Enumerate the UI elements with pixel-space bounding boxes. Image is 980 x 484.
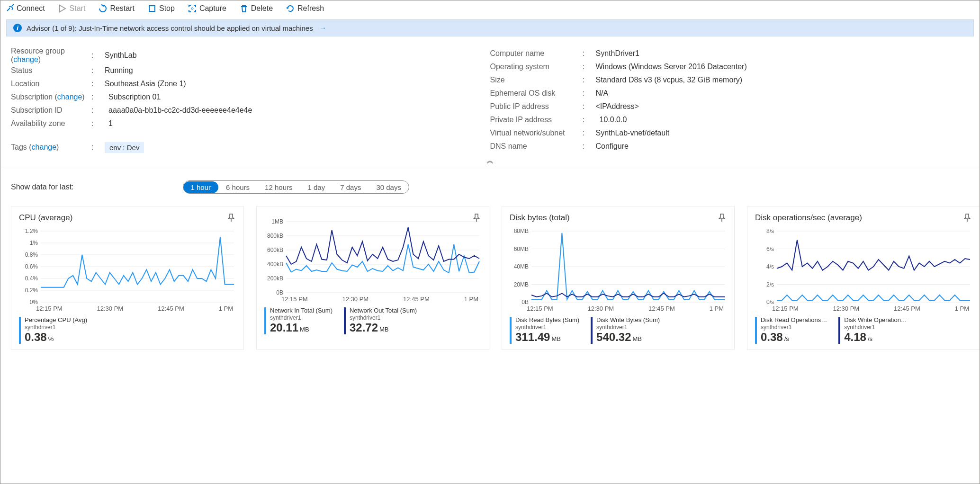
connect-label: Connect: [17, 4, 45, 13]
chart-legend: Percentage CPU (Avg)synthdriver10.38%: [19, 317, 236, 344]
play-icon: [58, 4, 67, 13]
size-label: Size: [490, 76, 583, 84]
charts-row: CPU (average)0%0.2%0.4%0.6%0.8%1%1.2%12:…: [11, 206, 969, 350]
svg-text:200kB: 200kB: [267, 275, 283, 282]
svg-text:60MB: 60MB: [514, 246, 529, 252]
restart-button[interactable]: Restart: [99, 4, 135, 13]
svg-text:0/s: 0/s: [766, 299, 774, 304]
chart-title: CPU (average): [19, 213, 236, 223]
chart-card-network: 0B200kB400kB600kB800kB1MB12:15 PM12:30 P…: [256, 206, 489, 350]
svg-text:0.6%: 0.6%: [25, 263, 38, 270]
resource-group-value[interactable]: SynthLab: [105, 51, 137, 60]
chart-card-cpu: CPU (average)0%0.2%0.4%0.6%0.8%1%1.2%12:…: [11, 206, 244, 350]
svg-rect-0: [149, 6, 155, 11]
svg-text:0.8%: 0.8%: [25, 251, 38, 258]
collapse-essentials[interactable]: ︽: [0, 154, 980, 167]
pin-icon[interactable]: [962, 213, 972, 224]
chart-plot: 0/s2/s4/s6/s8/s: [755, 228, 972, 304]
chart-plot: 0%0.2%0.4%0.6%0.8%1%1.2%: [19, 228, 236, 304]
essentials: Resource group (change) : SynthLab Statu…: [0, 38, 980, 154]
stop-label: Stop: [159, 4, 175, 13]
location-value: Southeast Asia (Zone 1): [105, 80, 186, 88]
availability-zone-value: 1: [105, 119, 113, 128]
availability-zone-label: Availability zone: [11, 119, 91, 128]
chart-xticks: 12:15 PM12:30 PM12:45 PM1 PM: [264, 295, 481, 303]
capture-label: Capture: [199, 4, 226, 13]
tag-pill[interactable]: env : Dev: [105, 142, 144, 153]
timerange-option[interactable]: 12 hours: [257, 181, 300, 193]
chart-plot: 0B200kB400kB600kB800kB1MB: [264, 219, 481, 295]
tags-change[interactable]: change: [32, 143, 57, 151]
timerange-label: Show data for last:: [11, 183, 74, 191]
start-button: Start: [58, 4, 86, 13]
pin-icon[interactable]: [472, 213, 481, 224]
os-label: Operating system: [490, 63, 583, 71]
chart-plot: 0B20MB40MB60MB80MB: [510, 228, 727, 304]
metrics-section: Show data for last: 1 hour6 hours12 hour…: [0, 167, 980, 350]
arrow-right-icon: →: [320, 24, 326, 32]
delete-button[interactable]: Delete: [240, 4, 273, 13]
subscription-label: Subscription (change): [11, 93, 91, 101]
eph-label: Ephemeral OS disk: [490, 89, 583, 98]
refresh-button[interactable]: Refresh: [286, 4, 324, 13]
connect-button[interactable]: Connect: [5, 4, 45, 13]
computer-name-value: SynthDriver1: [596, 49, 639, 58]
svg-text:20MB: 20MB: [514, 281, 529, 288]
location-label: Location: [11, 80, 91, 88]
advisor-text: Advisor (1 of 9): Just-In-Time network a…: [27, 24, 313, 32]
timerange-option[interactable]: 6 hours: [218, 181, 257, 193]
chart-xticks: 12:15 PM12:30 PM12:45 PM1 PM: [510, 304, 727, 312]
pin-icon[interactable]: [717, 213, 727, 224]
start-label: Start: [70, 4, 86, 13]
svg-text:0B: 0B: [521, 299, 529, 304]
pubip-value[interactable]: <IPAddress>: [596, 102, 639, 111]
stop-button[interactable]: Stop: [148, 4, 175, 13]
chart-card-diskbytes: Disk bytes (total)0B20MB40MB60MB80MB12:1…: [502, 206, 735, 350]
svg-text:1.2%: 1.2%: [25, 228, 38, 234]
svg-text:2/s: 2/s: [766, 281, 774, 288]
refresh-label: Refresh: [297, 4, 324, 13]
computer-name-label: Computer name: [490, 49, 583, 58]
timerange-option[interactable]: 1 day: [300, 181, 333, 193]
svg-point-1: [191, 8, 193, 9]
timerange-row: Show data for last: 1 hour6 hours12 hour…: [11, 180, 969, 194]
chart-xticks: 12:15 PM12:30 PM12:45 PM1 PM: [19, 304, 236, 312]
vnet-value[interactable]: SynthLab-vnet/default: [596, 129, 670, 137]
dns-label: DNS name: [490, 142, 583, 151]
timerange-option[interactable]: 30 days: [369, 181, 409, 193]
legend-item: Network Out Total (Sum)synthdriver132.72…: [344, 307, 417, 334]
svg-text:0B: 0B: [276, 289, 283, 295]
svg-text:1MB: 1MB: [271, 219, 283, 225]
chart-xticks: 12:15 PM12:30 PM12:45 PM1 PM: [755, 304, 972, 312]
legend-item: Network In Total (Sum)synthdriver120.11M…: [264, 307, 333, 334]
delete-icon: [240, 4, 248, 13]
resource-group-change[interactable]: change: [13, 55, 38, 63]
subscription-value: Subscription 01: [105, 93, 161, 101]
timerange-pillbar: 1 hour6 hours12 hours1 day7 days30 days: [183, 180, 409, 194]
pin-icon[interactable]: [226, 213, 236, 224]
info-icon: i: [13, 24, 22, 32]
svg-text:1%: 1%: [30, 240, 38, 246]
status-label: Status: [11, 66, 91, 75]
dns-value[interactable]: Configure: [596, 142, 629, 151]
subscription-change[interactable]: change: [57, 93, 82, 101]
legend-item: Percentage CPU (Avg)synthdriver10.38%: [19, 317, 87, 344]
capture-icon: [188, 4, 197, 13]
legend-item: Disk Read Bytes (Sum)synthdriver1311.49M…: [510, 317, 579, 344]
timerange-option[interactable]: 7 days: [333, 181, 369, 193]
essentials-left: Resource group (change) : SynthLab Statu…: [11, 47, 490, 154]
svg-text:0%: 0%: [30, 299, 38, 304]
chart-legend: Disk Read Bytes (Sum)synthdriver1311.49M…: [510, 317, 727, 344]
timerange-option[interactable]: 1 hour: [183, 181, 219, 193]
svg-text:40MB: 40MB: [514, 263, 529, 270]
advisor-banner[interactable]: i Advisor (1 of 9): Just-In-Time network…: [6, 19, 974, 36]
svg-text:6/s: 6/s: [766, 246, 774, 252]
chart-legend: Network In Total (Sum)synthdriver120.11M…: [264, 307, 481, 334]
toolbar: Connect Start Restart Stop Capture Delet…: [0, 0, 980, 17]
privip-label: Private IP address: [490, 116, 583, 124]
vnet-label: Virtual network/subnet: [490, 129, 583, 137]
legend-item: Disk Read Operations…synthdriver10.38/s: [755, 317, 827, 344]
stop-icon: [148, 4, 156, 13]
svg-text:0.2%: 0.2%: [25, 287, 38, 294]
capture-button[interactable]: Capture: [188, 4, 226, 13]
